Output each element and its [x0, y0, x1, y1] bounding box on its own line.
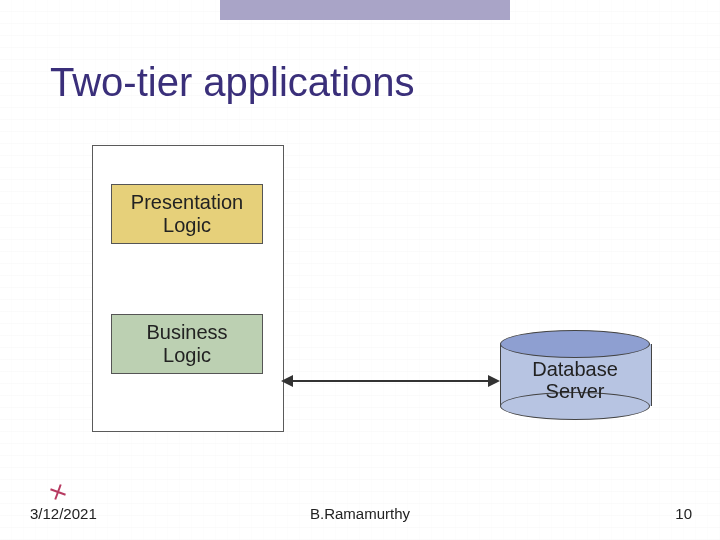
connector-arrow	[283, 380, 498, 382]
footer-author: B.Ramamurthy	[0, 505, 720, 522]
slide-title: Two-tier applications	[50, 60, 415, 105]
footer-page-number: 10	[675, 505, 692, 522]
cylinder-top	[500, 330, 650, 358]
decorative-accent-icon	[50, 484, 66, 500]
business-logic-box: BusinessLogic	[111, 314, 263, 374]
database-cylinder: DatabaseServer	[500, 330, 650, 420]
header-accent-bar	[220, 0, 510, 20]
presentation-logic-box: PresentationLogic	[111, 184, 263, 244]
database-label: DatabaseServer	[500, 358, 650, 402]
client-tier-container: PresentationLogic BusinessLogic	[92, 145, 284, 432]
slide: Two-tier applications PresentationLogic …	[0, 0, 720, 540]
